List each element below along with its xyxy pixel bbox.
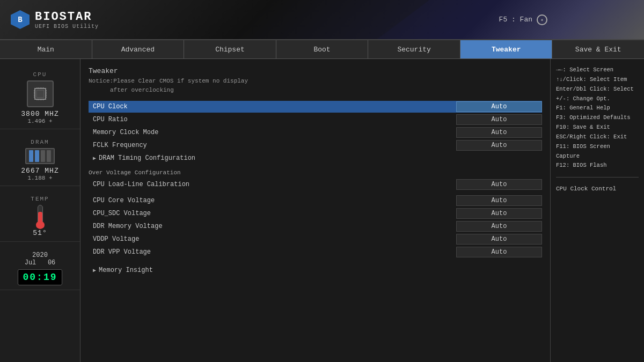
vddp-voltage-value[interactable]: Auto (456, 234, 542, 245)
config-row-fclk-frequency[interactable]: FCLK Frequency Auto (89, 139, 542, 151)
logo-wrapper: B BIOSTAR UEFI BIOS Utility (11, 10, 99, 29)
cpu-core-voltage-value[interactable]: Auto (456, 195, 542, 206)
date-section: 2020 Jul 06 00:19 (0, 247, 80, 290)
config-row-memory-insight[interactable]: ▶ Memory Insight (89, 264, 542, 276)
cpu-section: CPU (0, 67, 80, 129)
dram-slot-2 (35, 150, 39, 162)
memory-clock-mode-label: Memory Clock Mode (89, 129, 456, 136)
config-row-cpu-sdc-voltage[interactable]: CPU_SDC Voltage Auto (89, 208, 542, 219)
dram-label: DRAM (31, 139, 49, 145)
cpu-sdc-voltage-label: CPU_SDC Voltage (89, 210, 456, 217)
config-row-memory-clock-mode[interactable]: Memory Clock Mode Auto (89, 127, 542, 138)
config-row-cpu-core-voltage[interactable]: CPU Core Voltage Auto (89, 195, 542, 206)
dram-slot-1 (29, 150, 33, 162)
help-divider (556, 177, 639, 178)
help-line-1: →←: Select Screen (556, 65, 639, 75)
help-line-9: F11: BIOS Screen (556, 142, 639, 152)
help-line-7: F10: Save & Exit (556, 123, 639, 132)
content-title: Tweaker (89, 67, 542, 75)
cpu-ratio-label: CPU Ratio (89, 116, 456, 123)
content-area: Tweaker Notice:Please Clear CMOS if syst… (80, 59, 550, 362)
help-line-2: ↑↓/Click: Select Item (556, 75, 639, 85)
memory-insight-arrow: ▶ (93, 267, 96, 274)
temp-section: TEMP 51° (0, 191, 80, 242)
temp-value: 51° (33, 229, 47, 237)
dram-icon (25, 148, 55, 164)
dram-section: DRAM 2667 MHZ 1.188 + (0, 135, 80, 186)
help-line-10: Capture (556, 152, 639, 161)
fclk-frequency-label: FCLK Frequency (89, 142, 456, 149)
dram-frequency: 2667 MHZ (21, 167, 58, 175)
nav-tabs: Main Advanced Chipset Boot Security Twea… (0, 40, 644, 59)
right-panel: →←: Select Screen ↑↓/Click: Select Item … (550, 59, 644, 362)
cpu-clock-value[interactable]: Auto (456, 101, 542, 112)
tab-security[interactable]: Security (368, 40, 460, 58)
date-month: Jul (25, 259, 36, 267)
help-text: →←: Select Screen ↑↓/Click: Select Item … (556, 65, 639, 171)
cpu-label: CPU (33, 71, 47, 78)
brand-name: BIOSTAR (35, 10, 99, 24)
cpu-ratio-value[interactable]: Auto (456, 114, 542, 125)
config-row-cpu-load-line[interactable]: CPU Load-Line Calibration Auto (89, 179, 542, 190)
help-line-3: Enter/Dbl Click: Select (556, 85, 639, 94)
context-help: CPU Clock Control (556, 186, 639, 192)
memory-clock-mode-value[interactable]: Auto (456, 127, 542, 138)
tab-save-exit[interactable]: Save & Exit (552, 40, 644, 58)
config-row-dram-timing[interactable]: ▶ DRAM Timing Configuration (89, 152, 542, 164)
dram-slot-4 (47, 150, 51, 162)
cpu-sdc-voltage-value[interactable]: Auto (456, 208, 542, 219)
fan-icon: ✦ (537, 14, 547, 25)
logo-area: BIOSTAR UEFI BIOS Utility (35, 10, 99, 29)
help-line-4: +/-: Change Opt. (556, 94, 639, 104)
svg-rect-1 (36, 90, 44, 98)
tab-main[interactable]: Main (0, 40, 92, 58)
cpu-voltage: 1.496 + (27, 118, 52, 124)
sidebar: CPU (0, 59, 80, 362)
help-line-6: F3: Optimized Defaults (556, 113, 639, 123)
dram-voltage: 1.188 + (27, 175, 52, 181)
tab-boot[interactable]: Boot (276, 40, 369, 58)
header-hotkey: F5 : Fan ✦ (499, 14, 547, 25)
help-line-5: F1: General Help (556, 104, 639, 113)
header: B BIOSTAR UEFI BIOS Utility F5 : Fan ✦ (0, 0, 644, 40)
cpu-load-line-value[interactable]: Auto (456, 179, 542, 190)
temp-label: TEMP (31, 196, 49, 202)
cpu-frequency: 3800 MHZ (21, 110, 58, 118)
clock-display: 00:19 (18, 269, 62, 285)
cpu-clock-label: CPU Clock (89, 103, 456, 110)
ddr-memory-voltage-label: DDR Memory Voltage (89, 223, 456, 230)
ddr-vpp-voltage-value[interactable]: Auto (456, 247, 542, 257)
voltage-section-header: Over Voltage Configuration (89, 169, 542, 176)
main-area: CPU (0, 59, 644, 362)
tab-advanced[interactable]: Advanced (92, 40, 185, 58)
date-year: 2020 (25, 252, 56, 259)
cpu-icon (27, 80, 54, 107)
vddp-voltage-label: VDDP Voltage (89, 235, 456, 243)
dram-timing-label: ▶ DRAM Timing Configuration (89, 154, 542, 162)
dram-slot-3 (41, 150, 45, 162)
help-line-11: F12: BIOS Flash (556, 161, 639, 171)
ddr-memory-voltage-value[interactable]: Auto (456, 221, 542, 232)
cpu-load-line-label: CPU Load-Line Calibration (89, 181, 456, 188)
tab-tweaker[interactable]: Tweaker (460, 40, 553, 58)
help-line-8: ESC/Right Click: Exit (556, 132, 639, 142)
config-row-ddr-memory-voltage[interactable]: DDR Memory Voltage Auto (89, 220, 542, 232)
date-day: 06 (48, 259, 55, 267)
memory-insight-label: ▶ Memory Insight (89, 267, 542, 274)
fan-hotkey-label: F5 : Fan (499, 16, 532, 24)
brand-subtitle: UEFI BIOS Utility (35, 24, 99, 29)
config-row-ddr-vpp-voltage[interactable]: DDR VPP Voltage Auto (89, 246, 542, 258)
config-row-cpu-ratio[interactable]: CPU Ratio Auto (89, 114, 542, 125)
content-notice: Notice:Please Clear CMOS if system no di… (89, 77, 542, 94)
biostar-logo-icon: B (11, 10, 30, 29)
cpu-core-voltage-label: CPU Core Voltage (89, 197, 456, 204)
dram-timing-arrow: ▶ (93, 155, 96, 161)
ddr-vpp-voltage-label: DDR VPP Voltage (89, 248, 456, 256)
fclk-frequency-value[interactable]: Auto (456, 140, 542, 151)
config-row-vddp-voltage[interactable]: VDDP Voltage Auto (89, 233, 542, 245)
tab-chipset[interactable]: Chipset (184, 40, 276, 58)
thermometer-icon (35, 205, 46, 229)
config-row-cpu-clock[interactable]: CPU Clock Auto (89, 101, 542, 113)
